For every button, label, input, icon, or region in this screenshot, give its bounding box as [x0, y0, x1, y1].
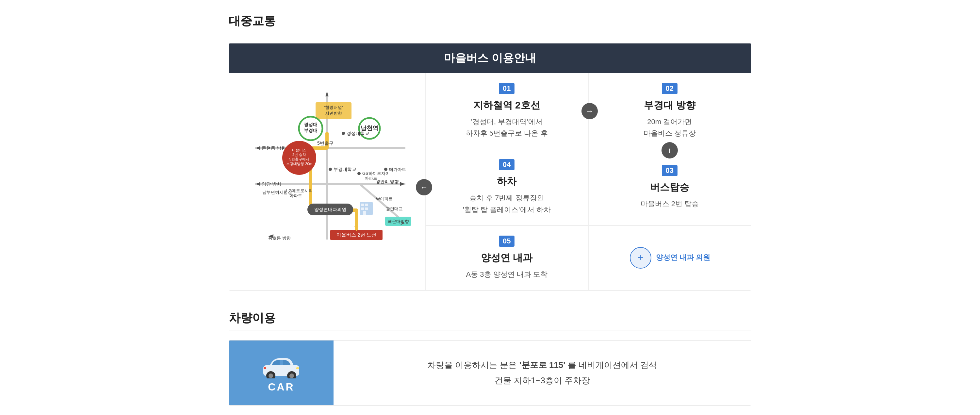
step-02-desc: 20m 걸어가면마을버스 정류장	[644, 116, 696, 139]
svg-text:부경대학교: 부경대학교	[334, 167, 356, 172]
svg-text:LG메트로시티: LG메트로시티	[286, 188, 313, 193]
svg-text:5번출구: 5번출구	[317, 140, 334, 146]
step-02-cell: 02 부경대 방향 20m 걸어가면마을버스 정류장 ↓	[588, 73, 751, 149]
svg-rect-52	[363, 211, 366, 215]
step-02-title: 부경대 방향	[644, 99, 695, 112]
step-02-number: 02	[662, 83, 678, 94]
step-03-cell: 03 버스탑승 마을버스 2번 탑승	[588, 149, 751, 225]
step-04-number: 04	[499, 159, 514, 170]
step-01-number: 01	[499, 83, 514, 94]
svg-text:용호동 방향: 용호동 방향	[268, 235, 291, 240]
svg-rect-48	[361, 204, 364, 206]
svg-text:W아파트: W아파트	[376, 196, 393, 201]
car-label: CAR	[268, 381, 294, 393]
svg-rect-63	[296, 367, 299, 369]
svg-text:부경대: 부경대	[304, 128, 318, 133]
step-05-cell: 05 양성연 내과 A동 3층 양성연 내과 도착	[425, 226, 588, 290]
clinic-logo: ＋ 양성연 내과 의원	[629, 246, 710, 269]
svg-text:5번출구에서: 5번출구에서	[289, 157, 309, 161]
svg-text:경성대학교: 경성대학교	[347, 131, 369, 136]
svg-text:문현동 방향: 문현동 방향	[262, 145, 286, 151]
svg-rect-50	[361, 208, 364, 210]
svg-marker-24	[256, 182, 260, 186]
svg-text:광안리 방향: 광안리 방향	[376, 179, 399, 184]
svg-text:해운대방향: 해운대방향	[388, 219, 409, 224]
svg-text:아파트: 아파트	[364, 176, 377, 181]
bus-info-card: 마을버스 이용안내	[229, 43, 751, 291]
svg-text:＋: ＋	[636, 252, 645, 262]
car-info-card: CAR 차량을 이용하시는 분은 '분포로 115' 를 네비게이션에서 검색 …	[229, 340, 751, 405]
step-01-cell: 01 지하철역 2호선 '경성대, 부경대역'에서하차후 5번출구로 나온 후 …	[425, 73, 588, 149]
arrow-04-03: ←	[416, 179, 432, 196]
step-01-desc: '경성대, 부경대역'에서하차후 5번출구로 나온 후	[466, 116, 548, 139]
step-05-title: 양성연 내과	[481, 251, 533, 265]
car-svg-icon	[262, 352, 301, 378]
arrow-01-02: →	[581, 103, 598, 119]
svg-marker-38	[400, 182, 405, 186]
car-text-line-2: 건물 지하1~3층이 주차장	[495, 373, 590, 388]
step-05-desc: A동 3층 양성연 내과 도착	[466, 269, 547, 280]
svg-point-62	[290, 374, 294, 378]
arrow-02-03: ↓	[662, 142, 678, 159]
svg-text:남천역: 남천역	[361, 125, 378, 131]
step-04-title: 하차	[497, 175, 517, 188]
bus-steps-area: 01 지하철역 2호선 '경성대, 부경대역'에서하차후 5번출구로 나온 후 …	[425, 73, 751, 290]
bus-info-header: 마을버스 이용안내	[229, 43, 751, 73]
svg-text:양당 방향: 양당 방향	[262, 181, 281, 187]
step-03-title: 버스탑승	[650, 181, 689, 194]
public-transport-section-title: 대중교통	[229, 13, 751, 33]
svg-rect-51	[365, 208, 368, 210]
svg-point-27	[329, 168, 332, 171]
svg-text:마을버스: 마을버스	[292, 148, 306, 152]
step-05-number: 05	[499, 235, 514, 247]
svg-text:2번 승차: 2번 승차	[293, 153, 306, 156]
svg-text:아파트: 아파트	[290, 193, 302, 198]
car-text-area: 차량을 이용하시는 분은 '분포로 115' 를 네비게이션에서 검색 건물 지…	[334, 340, 751, 405]
svg-text:광안대교: 광안대교	[386, 206, 403, 211]
car-text-line-1: 차량을 이용하시는 분은 '분포로 115' 를 네비게이션에서 검색	[427, 358, 657, 373]
svg-text:메가마트: 메가마트	[389, 167, 406, 172]
clinic-logo-icon: ＋	[629, 246, 652, 269]
step-03-desc: 마을버스 2번 탑승	[641, 198, 699, 210]
svg-text:경성대: 경성대	[304, 122, 318, 127]
car-icon-area: CAR	[229, 340, 334, 405]
svg-text:마을버스 2번 노선: 마을버스 2번 노선	[336, 232, 376, 238]
step-04-desc: 승차 후 7번째 정류장인'휠탑 탑 플레이스'에서 하차	[463, 192, 551, 215]
svg-rect-49	[365, 204, 368, 206]
svg-text:GS하이츠자이: GS하이츠자이	[362, 171, 390, 176]
svg-marker-16	[256, 146, 260, 150]
svg-text:'함령터널': '함령터널'	[325, 105, 343, 110]
step-04-cell: 04 하차 승차 후 7번째 정류장인'휠탑 탑 플레이스'에서 하차 ←	[425, 149, 588, 225]
svg-point-31	[357, 172, 361, 175]
clinic-logo-text: 양성연 내과 의원	[656, 253, 710, 263]
bus-info-body: '함령터널' 서면방향 남천역 경성대 부경대 경성대학교 문현동 방향	[229, 73, 751, 290]
car-section-title: 차량이용	[229, 310, 751, 331]
svg-rect-64	[264, 367, 266, 369]
svg-point-14	[342, 132, 345, 135]
step-01-title: 지하철역 2호선	[473, 99, 540, 112]
svg-point-60	[269, 374, 273, 378]
svg-point-34	[384, 168, 387, 171]
svg-text:양성연내과의원: 양성연내과의원	[314, 207, 346, 212]
clinic-logo-cell: ＋ 양성연 내과 의원	[588, 226, 751, 290]
svg-text:부경대방향 20m: 부경대방향 20m	[286, 162, 312, 166]
bus-map-area: '함령터널' 서면방향 남천역 경성대 부경대 경성대학교 문현동 방향	[229, 73, 425, 290]
step-03-number: 03	[662, 165, 678, 176]
svg-text:서면방향: 서면방향	[325, 111, 342, 116]
